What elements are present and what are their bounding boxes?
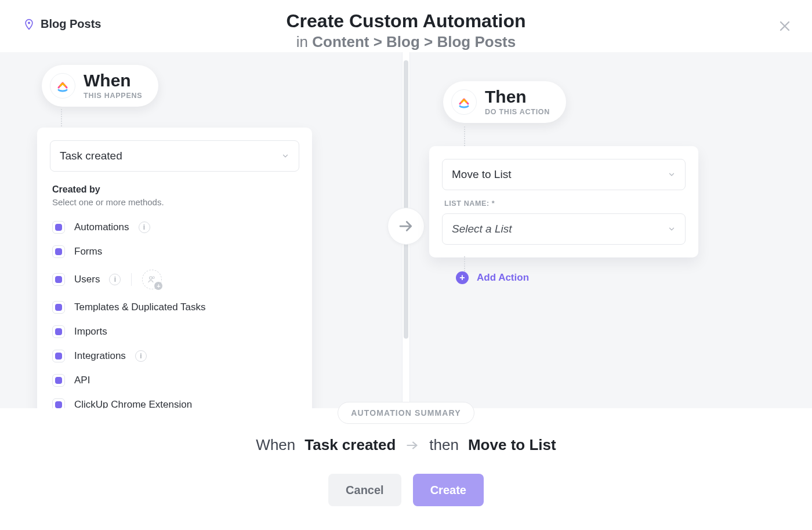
method-row[interactable]: API — [50, 368, 299, 393]
automation-summary-chip: AUTOMATION SUMMARY — [338, 402, 474, 424]
chevron-down-icon — [281, 152, 289, 160]
separator — [131, 273, 132, 286]
then-connector-bottom — [464, 256, 465, 271]
modal-title: Create Custom Automation — [0, 10, 812, 32]
checkbox[interactable] — [52, 398, 65, 408]
footer: AUTOMATION SUMMARY When Task created the… — [0, 408, 812, 530]
checkbox[interactable] — [52, 221, 65, 234]
then-connector — [464, 126, 465, 146]
modal-header: Blog Posts Create Custom Automation in C… — [0, 0, 812, 52]
created-by-subtitle: Select one or more methods. — [52, 197, 297, 207]
checkbox[interactable] — [52, 350, 65, 362]
method-label: API — [74, 375, 90, 386]
cancel-button[interactable]: Cancel — [328, 474, 401, 506]
add-user-icon[interactable]: + — [142, 270, 162, 289]
info-icon[interactable]: i — [135, 350, 147, 362]
method-row[interactable]: Automationsi — [50, 215, 299, 239]
workspace: When THIS HAPPENS Task created Created b… — [0, 52, 812, 408]
svg-point-0 — [28, 21, 30, 24]
add-action-button[interactable]: + Add Action — [456, 271, 529, 284]
then-title: Then — [485, 88, 550, 106]
summary-then-value: Move to List — [468, 436, 556, 454]
then-subtitle: DO THIS ACTION — [485, 108, 550, 116]
modal-subtitle: in Content > Blog > Blog Posts — [0, 33, 812, 51]
methods-list: AutomationsiFormsUsersi+Templates & Dupl… — [50, 215, 299, 408]
location-pin-icon — [23, 19, 35, 30]
flow-arrow-icon — [387, 208, 425, 245]
list-name-label: LIST NAME: * — [444, 199, 683, 208]
summary-when-value: Task created — [304, 436, 396, 454]
method-label: Automations — [74, 222, 129, 233]
info-icon[interactable]: i — [109, 274, 121, 285]
then-card: Move to List LIST NAME: * Select a List — [429, 146, 698, 257]
subtitle-prefix: in — [296, 33, 312, 50]
checkbox[interactable] — [52, 325, 65, 338]
method-row[interactable]: Forms — [50, 239, 299, 264]
action-select[interactable]: Move to List — [442, 159, 686, 190]
arrow-right-icon — [405, 438, 420, 453]
method-label: Forms — [74, 246, 102, 257]
when-pill: When THIS HAPPENS — [42, 65, 158, 107]
divider-scrollbar-thumb[interactable] — [404, 60, 408, 339]
summary-then-word: then — [429, 436, 459, 454]
action-selected-label: Move to List — [452, 168, 511, 181]
when-title: When — [84, 72, 142, 89]
method-label: Integrations — [74, 350, 126, 362]
checkbox[interactable] — [52, 273, 65, 286]
clickup-logo-icon — [451, 89, 477, 115]
svg-point-2 — [153, 277, 154, 278]
when-connector — [61, 109, 62, 129]
list-select[interactable]: Select a List — [442, 213, 686, 245]
checkbox[interactable] — [52, 374, 65, 387]
summary-when-word: When — [256, 436, 295, 454]
breadcrumb-label: Blog Posts — [41, 17, 101, 31]
create-button[interactable]: Create — [413, 474, 484, 506]
created-by-title: Created by — [52, 184, 297, 195]
automation-summary-line: When Task created then Move to List — [256, 436, 556, 454]
trigger-select[interactable]: Task created — [50, 140, 299, 172]
plus-circle-icon: + — [456, 271, 469, 284]
method-row[interactable]: ClickUp Chrome Extension — [50, 393, 299, 408]
method-row[interactable]: Imports — [50, 320, 299, 344]
chevron-down-icon — [668, 225, 676, 233]
list-placeholder: Select a List — [452, 223, 512, 235]
svg-point-1 — [150, 277, 153, 279]
method-row[interactable]: Integrationsi — [50, 344, 299, 368]
close-button[interactable] — [775, 16, 795, 36]
when-subtitle: THIS HAPPENS — [84, 92, 142, 100]
add-action-label: Add Action — [477, 272, 529, 284]
checkbox[interactable] — [52, 301, 65, 314]
then-pill: Then DO THIS ACTION — [443, 81, 566, 123]
method-row[interactable]: Templates & Duplicated Tasks — [50, 295, 299, 320]
chevron-down-icon — [668, 170, 676, 179]
checkbox[interactable] — [52, 245, 65, 258]
trigger-selected-label: Task created — [60, 150, 122, 162]
when-card: Task created Created by Select one or mo… — [37, 128, 312, 408]
breadcrumb[interactable]: Blog Posts — [23, 17, 101, 31]
method-row[interactable]: Usersi+ — [50, 264, 299, 295]
info-icon[interactable]: i — [139, 222, 150, 233]
method-label: ClickUp Chrome Extension — [74, 399, 192, 408]
method-label: Templates & Duplicated Tasks — [74, 302, 205, 313]
method-label: Users — [74, 274, 100, 285]
method-label: Imports — [74, 326, 107, 337]
subtitle-path: Content > Blog > Blog Posts — [312, 33, 516, 50]
footer-buttons: Cancel Create — [328, 474, 484, 506]
title-block: Create Custom Automation in Content > Bl… — [0, 0, 812, 51]
clickup-logo-icon — [50, 73, 75, 99]
